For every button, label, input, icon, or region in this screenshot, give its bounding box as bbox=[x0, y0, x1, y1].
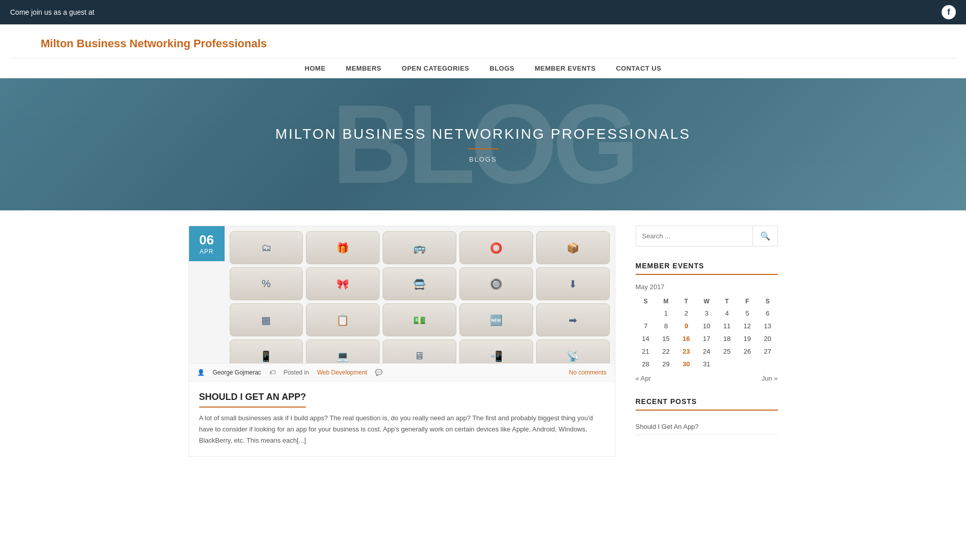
nav-member-events[interactable]: MEMBER EVENTS bbox=[535, 65, 596, 72]
cal-day[interactable]: 30 bbox=[676, 358, 697, 370]
top-bar: Come join us as a guest at f bbox=[0, 0, 966, 24]
cal-day: 31 bbox=[697, 358, 717, 370]
post-meta: 👤 George Gojmerac 🏷 Posted in Web Develo… bbox=[189, 363, 615, 382]
cal-day: 13 bbox=[758, 320, 778, 332]
app-icon: 📲 bbox=[459, 339, 533, 363]
member-events-heading: MEMBER EVENTS bbox=[636, 262, 778, 275]
app-icon: 🔘 bbox=[459, 267, 533, 300]
nav-contact-us[interactable]: CONTACT US bbox=[616, 65, 661, 72]
app-icon: 📋 bbox=[306, 303, 380, 336]
hero-subtitle: BLOGS bbox=[469, 155, 497, 163]
cal-day: 21 bbox=[636, 345, 656, 358]
calendar-nav: « Apr Jun » bbox=[636, 375, 778, 382]
post-date-badge: 06 APR bbox=[189, 226, 225, 261]
post-category-link[interactable]: Web Development bbox=[317, 369, 367, 376]
recent-post-link[interactable]: Should I Get An App? bbox=[636, 423, 699, 430]
app-icon: 📦 bbox=[536, 231, 610, 264]
cal-day: 25 bbox=[717, 345, 737, 358]
recent-posts-heading: RECENT POSTS bbox=[636, 397, 778, 411]
blog-post-card: 06 APR 🗂 🎁 🚌 ⭕ 📦 % 🎀 🚍 🔘 ⬇ bbox=[189, 226, 615, 457]
cal-day: 5 bbox=[737, 307, 758, 320]
cal-day: 17 bbox=[697, 332, 717, 345]
cal-day: 15 bbox=[656, 332, 676, 345]
member-events-section: MEMBER EVENTS May 2017 S M T W T F S 123… bbox=[636, 262, 778, 382]
cal-day[interactable]: 23 bbox=[676, 345, 697, 358]
search-button[interactable]: 🔍 bbox=[753, 226, 777, 246]
cal-day: 24 bbox=[697, 345, 717, 358]
cal-day: 7 bbox=[636, 320, 656, 332]
app-icon: 📡 bbox=[536, 339, 610, 363]
calendar-table: S M T W T F S 12345678910111213141516171… bbox=[636, 296, 778, 370]
facebook-icon[interactable]: f bbox=[942, 5, 956, 19]
app-icon: ➡ bbox=[536, 303, 610, 336]
nav-blogs[interactable]: BLOGS bbox=[490, 65, 515, 72]
search-input[interactable] bbox=[636, 226, 753, 246]
app-icon: 📱 bbox=[230, 339, 303, 363]
app-icon: 💻 bbox=[306, 339, 380, 363]
cal-day: 6 bbox=[758, 307, 778, 320]
app-icon: 🎁 bbox=[306, 231, 380, 264]
post-title: SHOULD I GET AN APP? bbox=[199, 392, 306, 408]
hero-section: BLOG MILTON BUSINESS NETWORKING PROFESSI… bbox=[0, 78, 966, 210]
site-header: Milton Business Networking Professionals… bbox=[0, 24, 966, 78]
calendar-month: May 2017 bbox=[636, 283, 778, 291]
post-meta-user-icon: 👤 bbox=[197, 369, 205, 376]
cal-day: 27 bbox=[758, 345, 778, 358]
cal-day bbox=[737, 358, 758, 370]
cal-header-w: W bbox=[697, 296, 717, 307]
search-box: 🔍 bbox=[636, 226, 778, 246]
cal-day: 20 bbox=[758, 332, 778, 345]
app-icon: ⬇ bbox=[536, 267, 610, 300]
cal-day: 14 bbox=[636, 332, 656, 345]
app-icon: ▦ bbox=[230, 303, 303, 336]
cal-day: 12 bbox=[737, 320, 758, 332]
post-author: George Gojmerac bbox=[213, 369, 261, 376]
cal-day: 1 bbox=[656, 307, 676, 320]
cal-day: 2 bbox=[676, 307, 697, 320]
page-body: 06 APR 🗂 🎁 🚌 ⭕ 📦 % 🎀 🚍 🔘 ⬇ bbox=[178, 226, 788, 472]
blog-main: 06 APR 🗂 🎁 🚌 ⭕ 📦 % 🎀 🚍 🔘 ⬇ bbox=[189, 226, 615, 472]
post-posted-in: Posted in bbox=[284, 369, 309, 376]
cal-day[interactable]: 16 bbox=[676, 332, 697, 345]
post-featured-image: 🗂 🎁 🚌 ⭕ 📦 % 🎀 🚍 🔘 ⬇ ▦ 📋 💵 🆕 bbox=[189, 226, 615, 363]
app-icon: 🖥 bbox=[383, 339, 456, 363]
hero-divider bbox=[468, 148, 498, 149]
cal-next[interactable]: Jun » bbox=[762, 375, 778, 382]
post-date-day: 06 bbox=[194, 232, 220, 248]
post-category-icon: 🏷 bbox=[269, 369, 275, 376]
main-nav: HOME MEMBERS OPEN CATEGORIES BLOGS MEMBE… bbox=[10, 58, 956, 78]
recent-posts-section: RECENT POSTS Should I Get An App? bbox=[636, 397, 778, 435]
cal-day bbox=[636, 307, 656, 320]
cal-day: 3 bbox=[697, 307, 717, 320]
post-comment-icon: 💬 bbox=[375, 369, 383, 376]
blog-sidebar: 🔍 MEMBER EVENTS May 2017 S M T W T F S bbox=[636, 226, 778, 472]
cal-day: 18 bbox=[717, 332, 737, 345]
cal-day bbox=[758, 358, 778, 370]
cal-header-f: F bbox=[737, 296, 758, 307]
nav-open-categories[interactable]: OPEN CATEGORIES bbox=[402, 65, 470, 72]
post-excerpt: A lot of small businesses ask if I build… bbox=[199, 413, 605, 446]
app-icon: 🚍 bbox=[383, 267, 456, 300]
cal-day[interactable]: 9 bbox=[676, 320, 697, 332]
nav-members[interactable]: MEMBERS bbox=[346, 65, 382, 72]
cal-day: 26 bbox=[737, 345, 758, 358]
post-comments-link[interactable]: No comments bbox=[569, 369, 606, 376]
cal-day: 29 bbox=[656, 358, 676, 370]
site-logo[interactable]: Milton Business Networking Professionals bbox=[10, 32, 956, 58]
top-bar-message: Come join us as a guest at bbox=[10, 8, 95, 16]
cal-day: 4 bbox=[717, 307, 737, 320]
recent-post-item: Should I Get An App? bbox=[636, 419, 778, 435]
app-icon: % bbox=[230, 267, 303, 300]
recent-posts-list: Should I Get An App? bbox=[636, 419, 778, 435]
cal-day: 8 bbox=[656, 320, 676, 332]
app-icon: ⭕ bbox=[459, 231, 533, 264]
cal-header-m: M bbox=[656, 296, 676, 307]
app-icon: 🗂 bbox=[230, 231, 303, 264]
cal-day bbox=[717, 358, 737, 370]
cal-day: 28 bbox=[636, 358, 656, 370]
nav-home[interactable]: HOME bbox=[305, 65, 326, 72]
cal-day: 11 bbox=[717, 320, 737, 332]
cal-header-s2: S bbox=[758, 296, 778, 307]
cal-day: 10 bbox=[697, 320, 717, 332]
cal-prev[interactable]: « Apr bbox=[636, 375, 651, 382]
